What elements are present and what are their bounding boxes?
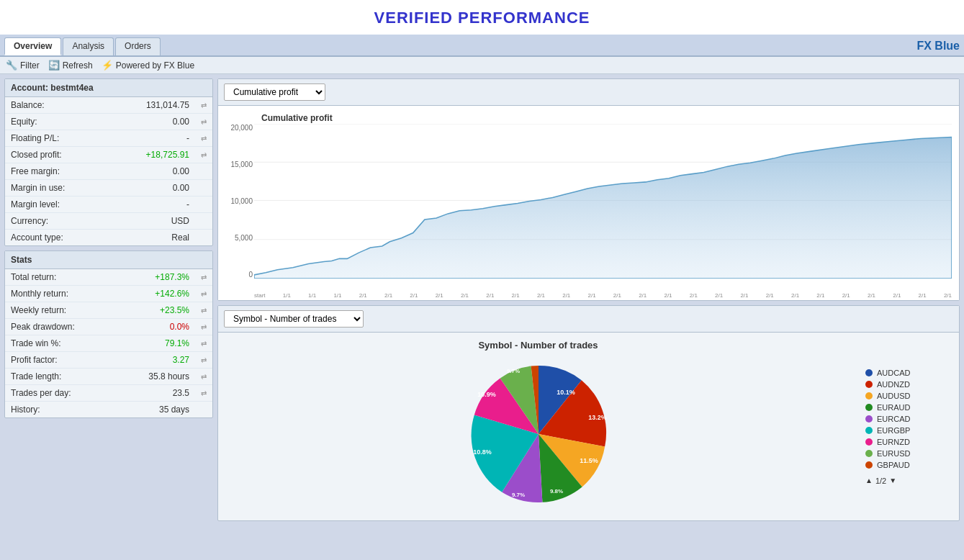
powered-label: Powered by FX Blue bbox=[116, 60, 194, 71]
account-row-value: +18,725.91 bbox=[109, 147, 195, 163]
svg-text:11.5%: 11.5% bbox=[580, 457, 598, 464]
stats-row-icon: ⇄ bbox=[195, 385, 212, 402]
pie-svg: 10.1% 13.2% 11.5% 9.8% 9.7% 10.8% 10.9% … bbox=[459, 355, 618, 513]
legend-dot-eurnzd bbox=[865, 438, 873, 446]
legend-dot-gbpaud bbox=[865, 461, 873, 469]
account-row-icon bbox=[195, 163, 212, 180]
legend-audusd: AUDUSD bbox=[865, 392, 952, 400]
legend-euraud: EURAUD bbox=[865, 403, 952, 412]
tab-overview[interactable]: Overview bbox=[4, 37, 61, 55]
legend-label-eurusd: EURUSD bbox=[877, 449, 910, 458]
legend-eurcad: EURCAD bbox=[865, 415, 952, 423]
powered-icon: ⚡ bbox=[102, 60, 113, 71]
legend-dot-eurusd bbox=[865, 450, 873, 457]
pie-chart-wrap: Symbol - Number of trades bbox=[225, 340, 851, 513]
svg-text:10.1%: 10.1% bbox=[557, 389, 575, 396]
stats-row-label: Trade win %: bbox=[5, 335, 117, 352]
legend-label-eurgbp: EURGBP bbox=[877, 426, 910, 435]
filter-icon: 🔧 bbox=[6, 60, 17, 71]
refresh-icon: 🔄 bbox=[48, 60, 60, 71]
svg-text:9.7%: 9.7% bbox=[506, 368, 519, 374]
stats-row-label: Trades per day: bbox=[5, 385, 117, 402]
legend-label-euraud: EURAUD bbox=[877, 403, 910, 412]
stats-row-value: 35.8 hours bbox=[117, 369, 195, 385]
account-row-icon: ⇄ bbox=[195, 97, 212, 114]
chart-title: Cumulative profit bbox=[261, 113, 333, 123]
cumulative-chart-area: Cumulative profit 20,000 15,000 10,000 5… bbox=[218, 106, 959, 300]
pie-chart-dropdown[interactable]: Symbol - Number of trades bbox=[224, 310, 364, 328]
chart-svg bbox=[254, 124, 952, 279]
account-row-label: Closed profit: bbox=[5, 147, 109, 163]
main-content: Account: bestmt4ea Balance: 131,014.75 ⇄… bbox=[0, 74, 964, 525]
legend-audnzd: AUDNZD bbox=[865, 380, 952, 389]
refresh-button[interactable]: 🔄 Refresh bbox=[48, 60, 93, 71]
account-row-value: USD bbox=[109, 213, 195, 230]
account-row-value: 0.00 bbox=[109, 114, 195, 130]
pagination: ▲ 1/2 ▼ bbox=[865, 477, 952, 485]
account-row-label: Margin level: bbox=[5, 197, 109, 213]
prev-page-arrow[interactable]: ▲ bbox=[865, 477, 873, 484]
svg-text:10.8%: 10.8% bbox=[473, 448, 492, 456]
right-panel: Cumulative profit Cumulative profit 20,0… bbox=[217, 78, 960, 521]
fx-blue-logo: FX Blue bbox=[916, 40, 960, 55]
filter-label: Filter bbox=[20, 60, 40, 71]
legend-label-eurnzd: EURNZD bbox=[877, 438, 910, 446]
pie-chart-header: Symbol - Number of trades bbox=[218, 306, 959, 333]
cumulative-chart-container: Cumulative profit Cumulative profit 20,0… bbox=[217, 78, 960, 301]
y-axis: 20,000 15,000 10,000 5,000 0 bbox=[218, 124, 253, 279]
y-label-3: 10,000 bbox=[218, 197, 253, 205]
account-header: Account: bestmt4ea bbox=[5, 79, 212, 97]
legend-dot-eurgbp bbox=[865, 427, 873, 434]
account-row-label: Floating P/L: bbox=[5, 130, 109, 147]
stats-row-label: Total return: bbox=[5, 269, 117, 286]
stats-row-label: History: bbox=[5, 402, 117, 418]
next-page-arrow[interactable]: ▼ bbox=[889, 477, 896, 484]
account-row-label: Account type: bbox=[5, 230, 109, 246]
stats-row-label: Monthly return: bbox=[5, 286, 117, 302]
filter-button[interactable]: 🔧 Filter bbox=[6, 60, 40, 71]
legend-dot-audcad bbox=[865, 369, 873, 376]
account-row-icon bbox=[195, 213, 212, 230]
account-row-value: 0.00 bbox=[109, 163, 195, 180]
stats-row-icon: ⇄ bbox=[195, 335, 212, 352]
account-row-icon bbox=[195, 197, 212, 213]
stats-row-label: Weekly return: bbox=[5, 302, 117, 319]
stats-row-value: 3.27 bbox=[117, 352, 195, 369]
account-row-label: Margin in use: bbox=[5, 180, 109, 197]
legend-gbpaud: GBPAUD bbox=[865, 461, 952, 469]
tab-analysis[interactable]: Analysis bbox=[63, 37, 114, 55]
stats-row-label: Trade length: bbox=[5, 369, 117, 385]
stats-row-value: +142.6% bbox=[117, 286, 195, 302]
tab-orders[interactable]: Orders bbox=[115, 37, 161, 55]
y-label-2: 5,000 bbox=[218, 234, 253, 242]
pie-content: Symbol - Number of trades bbox=[218, 333, 959, 520]
account-row-value: - bbox=[109, 197, 195, 213]
account-row-label: Currency: bbox=[5, 213, 109, 230]
account-row-label: Free margin: bbox=[5, 163, 109, 180]
y-label-5: 20,000 bbox=[218, 124, 253, 132]
account-table: Balance: 131,014.75 ⇄ Equity: 0.00 ⇄ Flo… bbox=[5, 97, 212, 245]
stats-row-icon: ⇄ bbox=[195, 352, 212, 369]
chart-dropdown[interactable]: Cumulative profit bbox=[224, 83, 325, 101]
account-row-icon bbox=[195, 180, 212, 197]
account-row-icon: ⇄ bbox=[195, 114, 212, 130]
stats-row-icon: ⇄ bbox=[195, 269, 212, 286]
account-row-icon bbox=[195, 230, 212, 246]
tabs: Overview Analysis Orders bbox=[4, 37, 161, 55]
stats-row-value: 0.0% bbox=[117, 319, 195, 335]
stats-row-label: Profit factor: bbox=[5, 352, 117, 369]
legend-dot-euraud bbox=[865, 404, 873, 411]
toolbar: 🔧 Filter 🔄 Refresh ⚡ Powered by FX Blue bbox=[0, 57, 964, 74]
account-row-value: - bbox=[109, 130, 195, 147]
legend-label-gbpaud: GBPAUD bbox=[877, 461, 910, 469]
stats-row-icon: ⇄ bbox=[195, 302, 212, 319]
stats-row-value: +187.3% bbox=[117, 269, 195, 286]
page-title: VERIFIED PERFORMANCE bbox=[0, 0, 964, 35]
legend-eurnzd: EURNZD bbox=[865, 438, 952, 446]
legend-dot-audnzd bbox=[865, 381, 873, 388]
stats-row-icon: ⇄ bbox=[195, 286, 212, 302]
stats-row-value: 35 days bbox=[117, 402, 195, 418]
svg-text:9.7%: 9.7% bbox=[511, 492, 524, 498]
account-row-icon: ⇄ bbox=[195, 130, 212, 147]
stats-row-label: Peak drawdown: bbox=[5, 319, 117, 335]
